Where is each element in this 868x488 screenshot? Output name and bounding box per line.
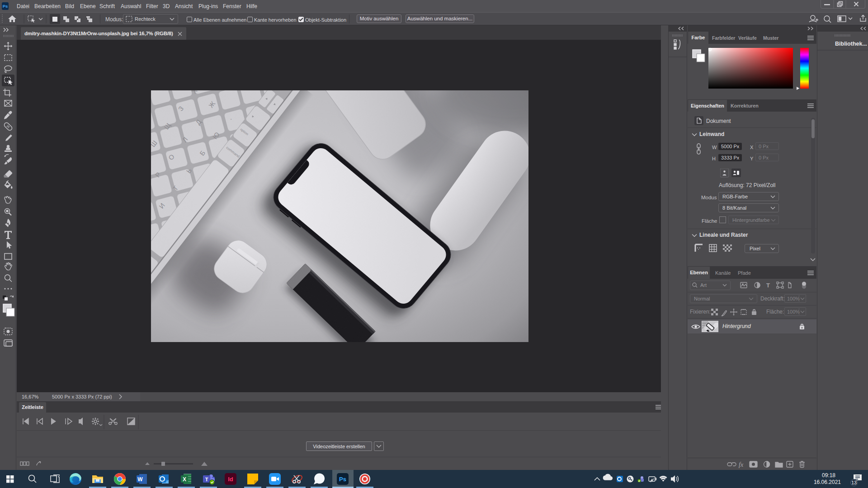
svg-text:X: X [183,476,186,483]
svg-text:16.06.2021: 16.06.2021 [814,479,841,485]
svg-text:09:18: 09:18 [822,472,835,479]
svg-text:T: T [205,477,208,482]
svg-text:Ps: Ps [339,476,346,483]
svg-text:W: W [137,476,143,483]
svg-text:Id: Id [228,476,233,483]
svg-text:Bibliothek...: Bibliothek... [835,41,867,47]
svg-text:T: T [766,282,770,289]
svg-text:fx: fx [739,461,744,468]
svg-text:13: 13 [851,480,857,485]
